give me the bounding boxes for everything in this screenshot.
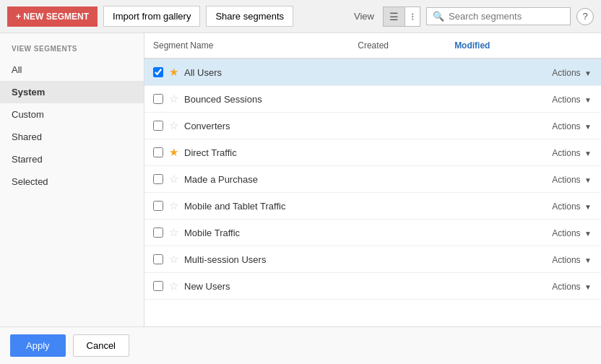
actions-caret-icon: ▼ (584, 69, 592, 77)
actions-button[interactable]: Actions ▼ (552, 282, 592, 292)
cell-modified (446, 139, 543, 166)
view-label: View (354, 11, 374, 22)
actions-button[interactable]: Actions ▼ (552, 175, 592, 185)
cell-actions: Actions ▼ (543, 246, 601, 273)
actions-button[interactable]: Actions ▼ (552, 148, 592, 158)
grid-icon: ⁝ (411, 11, 414, 22)
table-row: ☆Bounced SessionsActions ▼ (144, 86, 601, 113)
cell-created (349, 166, 446, 193)
cell-modified (446, 193, 543, 220)
col-header-modified: Modified (446, 33, 543, 58)
import-button[interactable]: Import from gallery (103, 6, 200, 27)
segment-name: Mobile Traffic (184, 228, 240, 238)
actions-caret-icon: ▼ (584, 123, 592, 131)
toolbar: + NEW SEGMENT Import from gallery Share … (0, 0, 601, 33)
row-checkbox[interactable] (153, 228, 163, 238)
sidebar-item-system[interactable]: System (0, 81, 144, 103)
actions-button[interactable]: Actions ▼ (552, 228, 592, 238)
sidebar-item-custom[interactable]: Custom (0, 103, 144, 126)
table-body: ★All UsersActions ▼☆Bounced SessionsActi… (144, 58, 601, 300)
cell-created (349, 246, 446, 273)
cell-created (349, 113, 446, 139)
actions-button[interactable]: Actions ▼ (552, 255, 592, 265)
table-row: ☆New UsersActions ▼ (144, 273, 601, 300)
table-row: ☆Mobile TrafficActions ▼ (144, 220, 601, 246)
cell-created (349, 220, 446, 246)
star-empty-icon[interactable]: ☆ (169, 92, 178, 105)
star-empty-icon[interactable]: ☆ (169, 119, 178, 132)
cell-created (349, 139, 446, 166)
row-checkbox[interactable] (153, 201, 163, 211)
table-row: ☆Multi-session UsersActions ▼ (144, 246, 601, 273)
star-empty-icon[interactable]: ☆ (169, 173, 178, 186)
star-empty-icon[interactable]: ☆ (169, 280, 178, 292)
segment-name: Made a Purchase (184, 174, 258, 185)
star-filled-icon[interactable]: ★ (169, 146, 178, 159)
sidebar: VIEW SEGMENTS AllSystemCustomSharedStarr… (0, 33, 144, 326)
segment-name: Direct Traffic (184, 147, 237, 158)
sidebar-item-starred[interactable]: Starred (0, 148, 144, 170)
search-container: 🔍 (426, 7, 571, 25)
row-checkbox[interactable] (153, 94, 163, 104)
segment-name: Mobile and Tablet Traffic (184, 201, 285, 212)
cancel-button[interactable]: Cancel (73, 334, 129, 357)
cell-actions: Actions ▼ (543, 166, 601, 193)
main-content: VIEW SEGMENTS AllSystemCustomSharedStarr… (0, 33, 601, 326)
row-checkbox[interactable] (153, 281, 163, 291)
row-checkbox[interactable] (153, 121, 163, 131)
cell-actions: Actions ▼ (543, 220, 601, 246)
table-row: ☆Made a PurchaseActions ▼ (144, 166, 601, 193)
table-row: ☆ConvertersActions ▼ (144, 113, 601, 139)
actions-button[interactable]: Actions ▼ (552, 68, 592, 78)
row-checkbox[interactable] (153, 147, 163, 157)
cell-actions: Actions ▼ (543, 273, 601, 300)
actions-caret-icon: ▼ (584, 283, 592, 291)
sidebar-item-selected[interactable]: Selected (0, 170, 144, 193)
star-empty-icon[interactable]: ☆ (169, 226, 178, 239)
cell-created (349, 58, 446, 86)
table-row: ★Direct TrafficActions ▼ (144, 139, 601, 166)
cell-name: ☆Multi-session Users (144, 246, 349, 273)
row-checkbox[interactable] (153, 67, 163, 77)
apply-button[interactable]: Apply (10, 334, 66, 357)
search-input[interactable] (449, 11, 564, 22)
cell-actions: Actions ▼ (543, 86, 601, 113)
actions-button[interactable]: Actions ▼ (552, 95, 592, 105)
actions-caret-icon: ▼ (584, 230, 592, 238)
col-header-actions (543, 33, 601, 58)
segment-name: Multi-session Users (184, 254, 266, 265)
cell-name: ☆Converters (144, 113, 349, 139)
sidebar-item-shared[interactable]: Shared (0, 126, 144, 148)
col-header-name: Segment Name (144, 33, 349, 58)
view-toggle: ☰ ⁝ (383, 6, 420, 27)
list-icon: ☰ (389, 11, 399, 22)
row-checkbox[interactable] (153, 174, 163, 184)
cell-name: ★All Users (144, 58, 349, 86)
table-header-row: Segment Name Created Modified (144, 33, 601, 58)
sidebar-item-all[interactable]: All (0, 58, 144, 81)
cell-name: ★Direct Traffic (144, 139, 349, 166)
search-icon: 🔍 (433, 11, 444, 22)
cell-modified (446, 113, 543, 139)
list-view-button[interactable]: ☰ (384, 7, 405, 26)
segments-table-area: Segment Name Created Modified ★All Users… (144, 33, 601, 326)
cell-modified (446, 220, 543, 246)
star-empty-icon[interactable]: ☆ (169, 199, 178, 212)
star-filled-icon[interactable]: ★ (169, 66, 178, 79)
actions-button[interactable]: Actions ▼ (552, 121, 592, 131)
segment-name: Converters (184, 121, 230, 131)
grid-view-button[interactable]: ⁝ (405, 7, 420, 26)
star-empty-icon[interactable]: ☆ (169, 253, 178, 266)
cell-modified (446, 58, 543, 86)
cell-created (349, 193, 446, 220)
table-row: ☆Mobile and Tablet TrafficActions ▼ (144, 193, 601, 220)
row-checkbox[interactable] (153, 254, 163, 264)
new-segment-button[interactable]: + NEW SEGMENT (7, 6, 98, 27)
segment-name: Bounced Sessions (184, 94, 262, 105)
help-button[interactable]: ? (576, 8, 594, 25)
cell-modified (446, 273, 543, 300)
bottom-bar: Apply Cancel (0, 326, 601, 364)
actions-caret-icon: ▼ (584, 256, 592, 264)
share-button[interactable]: Share segments (206, 6, 293, 27)
actions-button[interactable]: Actions ▼ (552, 202, 592, 212)
